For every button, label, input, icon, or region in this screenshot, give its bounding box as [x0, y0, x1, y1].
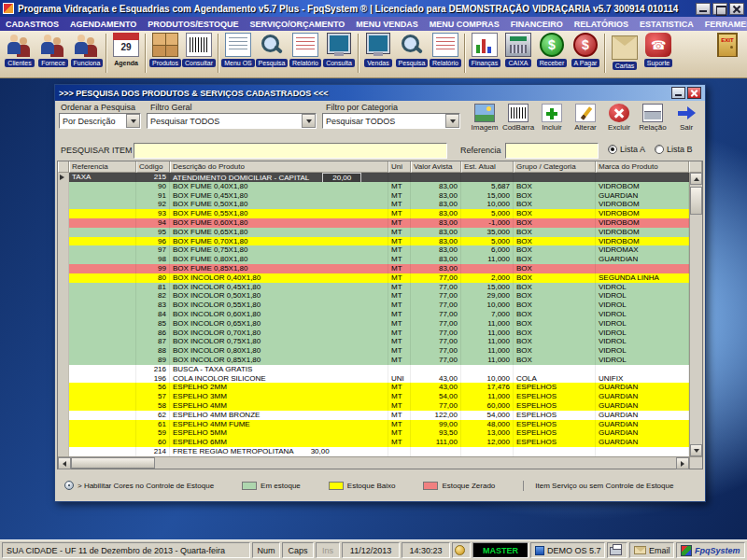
table-row[interactable]: 95BOX FUME 0,65X1,80MT83,0035,000BOXVIDR…	[58, 228, 689, 237]
close-button[interactable]	[729, 3, 744, 15]
scroll-down-button[interactable]	[690, 444, 702, 456]
color-toggle[interactable]: > Habilitar Cores no Controle de Estoque	[64, 481, 214, 490]
horizontal-scroll-track[interactable]	[71, 457, 676, 469]
table-row[interactable]: 91BOX FUME 0,45X1,80MT83,0015,000BOXGUAR…	[58, 191, 689, 201]
menu-item-produtos-estoque[interactable]: PRODUTOS/ESTOQUE	[142, 20, 244, 29]
toolbar-button-menu-os[interactable]: Menu OS	[221, 33, 255, 67]
toolbar-button-suporte[interactable]: Suporte	[641, 33, 675, 67]
toolbar-button-vendas[interactable]: Vendas	[361, 33, 395, 67]
table-row[interactable]: 97BOX FUME 0,75X1,80MT83,006,000BOXVIDRO…	[58, 245, 689, 255]
menu-item-menu-compras[interactable]: MENU COMPRAS	[424, 20, 505, 29]
menu-item-estatistica[interactable]: ESTATISTICA	[634, 20, 699, 29]
dialog-minimize-button[interactable]	[671, 87, 685, 99]
table-row[interactable]: 57ESPELHO 3MMMT54,0011,000ESPELHOSGUARDI…	[58, 392, 689, 401]
scroll-left-button[interactable]	[58, 457, 71, 469]
column-header-descri-o-do-produto[interactable]: Descrição do Produto	[170, 161, 388, 173]
toolbar-button-relat-rio[interactable]: Relatório	[429, 33, 462, 67]
toolbar-button-agenda[interactable]: 29Agenda	[109, 33, 143, 67]
table-row[interactable]: 84BOX INCOLOR 0,60X1,80MT77,007,000BOXVI…	[58, 310, 689, 319]
chevron-down-icon[interactable]	[302, 114, 316, 128]
action-excluir[interactable]: Excluir	[602, 102, 636, 143]
table-row[interactable]: 62ESPELHO 4MM BRONZEMT122,0054,000ESPELH…	[58, 411, 689, 420]
column-header-uni[interactable]: Uni	[388, 161, 411, 173]
column-header-referencia[interactable]: Referencia	[69, 161, 136, 173]
column-header-est-atual[interactable]: Est. Atual	[461, 161, 514, 173]
minimize-button[interactable]	[696, 3, 711, 15]
horizontal-scroll-thumb[interactable]	[71, 457, 155, 469]
scroll-right-button[interactable]	[676, 457, 689, 469]
action-rela-o[interactable]: Relação	[636, 102, 669, 143]
toolbar-button-pesquisa[interactable]: Pesquisa	[255, 33, 289, 67]
table-row[interactable]: 83BOX INCOLOR 0,55X1,80MT77,0010,000BOXV…	[58, 301, 689, 310]
referencia-input[interactable]	[505, 143, 599, 159]
maximize-button[interactable]	[712, 3, 727, 15]
toolbar-button-finan-as[interactable]: Finanças	[468, 33, 501, 67]
toolbar-button-relat-rio[interactable]: Relatório	[289, 33, 322, 67]
toolbar-button-receber[interactable]: Receber	[535, 33, 569, 67]
vertical-scroll-track[interactable]	[690, 185, 702, 444]
table-row[interactable]: 86BOX INCOLOR 0,70X1,80MT77,0011,000BOXV…	[58, 329, 689, 338]
action-alterar[interactable]: Alterar	[569, 102, 602, 143]
column-header-valor-avista[interactable]: Valor Avista	[411, 161, 461, 173]
table-row[interactable]: 82BOX INCOLOR 0,50X1,80MT77,0029,000BOXV…	[58, 291, 689, 301]
table-row[interactable]: 60ESPELHO 6MMMT111,0012,000ESPELHOSGUARD…	[58, 438, 689, 447]
table-row[interactable]: 94BOX FUME 0,60X1,80MT83,00-1,000BOXVIDR…	[58, 218, 689, 228]
toolbar-button-caixa[interactable]: CAIXA	[501, 33, 535, 67]
toolbar-button-clientes[interactable]: Clientes	[3, 33, 36, 67]
toolbar-button-exit[interactable]: EXIT	[711, 33, 744, 57]
scroll-up-button[interactable]	[690, 173, 702, 185]
table-row[interactable]: 56ESPELHO 2MMMT43,0017,476ESPELHOSGUARDI…	[58, 383, 689, 392]
table-row[interactable]: 90BOX FUME 0,40X1,80MT83,005,687BOXVIDRO…	[58, 182, 689, 191]
filtro-geral-select[interactable]: Pesquisar TODOS	[147, 113, 317, 129]
table-row[interactable]: 98BOX FUME 0,80X1,80MT83,0011,000BOXGUAR…	[58, 255, 689, 264]
table-row[interactable]: 216BUSCA - TAXA GRATIS	[58, 365, 689, 374]
vertical-scrollbar[interactable]	[689, 173, 702, 456]
search-input[interactable]	[134, 143, 447, 159]
menu-item-relat-rios[interactable]: RELATÓRIOS	[569, 20, 634, 29]
toolbar-button-consultar[interactable]: Consultar	[182, 33, 216, 67]
action-codbarra[interactable]: CodBarra	[501, 102, 535, 143]
horizontal-scrollbar[interactable]	[58, 456, 702, 469]
table-row[interactable]: 93BOX FUME 0,55X1,80MT83,005,000BOXVIDRO…	[58, 209, 689, 218]
toolbar-button-pesquisa[interactable]: Pesquisa	[395, 33, 429, 67]
column-header-c-digo[interactable]: Código	[136, 161, 170, 173]
table-row[interactable]: 61ESPELHO 4MM FUMEMT99,0048,000ESPELHOSG…	[58, 420, 689, 429]
ordenar-select[interactable]: Por Descrição	[59, 113, 141, 129]
menu-item-ferramentas[interactable]: FERRAMENTAS	[699, 20, 747, 29]
table-row[interactable]: 96BOX FUME 0,70X1,80MT83,005,000BOXVIDRO…	[58, 237, 689, 246]
table-row[interactable]: 89BOX INCOLOR 0,85X1,80MT77,0011,000BOXV…	[58, 356, 689, 365]
table-row[interactable]: 88BOX INCOLOR 0,80X1,80MT77,0011,000BOXV…	[58, 346, 689, 356]
toolbar-button-consulta[interactable]: Consulta	[322, 33, 356, 67]
chevron-down-icon[interactable]	[445, 114, 459, 128]
action-sair[interactable]: Sair	[669, 102, 703, 143]
column-header-grupo-categoria[interactable]: Grupo / Categoria	[514, 161, 596, 173]
table-row[interactable]: 92BOX FUME 0,50X1,80MT83,0010,000BOXVIDR…	[58, 200, 689, 209]
table-row[interactable]: 196COLA INCOLOR SILICONEUNI43,0010,000CO…	[58, 374, 689, 384]
table-row[interactable]: 214FRETE REGIAO METROPOLITANA30,00	[58, 447, 689, 456]
toolbar-button-funciona[interactable]: Funciona	[70, 33, 104, 67]
column-header-marca-do-produto[interactable]: Marca do Produto	[596, 161, 689, 173]
menu-item-menu-vendas[interactable]: MENU VENDAS	[350, 20, 424, 29]
toolbar-button-produtos[interactable]: Produtos	[148, 33, 182, 67]
table-row[interactable]: 81BOX INCOLOR 0,45X1,80MT77,0015,000BOXV…	[58, 283, 689, 292]
table-row[interactable]: 58ESPELHO 4MMMT77,0060,000ESPELHOSGUARDI…	[58, 401, 689, 411]
toolbar-button-fornece[interactable]: Fornece	[36, 33, 70, 67]
table-row[interactable]: 85BOX INCOLOR 0,65X1,80MT77,0011,000BOXV…	[58, 319, 689, 329]
table-row[interactable]: 87BOX INCOLOR 0,75X1,80MT77,0011,000BOXV…	[58, 337, 689, 346]
chevron-down-icon[interactable]	[126, 114, 140, 128]
dialog-close-button[interactable]	[687, 87, 701, 99]
lista-a-radio[interactable]: Lista A	[608, 145, 645, 154]
lista-b-radio[interactable]: Lista B	[655, 145, 693, 154]
menu-item-servi-o-or-amento[interactable]: SERVIÇO/ORÇAMENTO	[245, 20, 351, 29]
menu-item-agendamento[interactable]: AGENDAMENTO	[64, 20, 142, 29]
toolbar-button-a-pagar[interactable]: A Pagar	[569, 33, 602, 67]
table-row[interactable]: 99BOX FUME 0,85X1,80MT83,00BOX	[58, 264, 689, 273]
table-row[interactable]: 59ESPELHO 5MMMT93,5013,000ESPELHOSGUARDI…	[58, 428, 689, 438]
table-row[interactable]: 80BOX INCOLOR 0,40X1,80MT77,002,000BOXSE…	[58, 273, 689, 283]
table-row[interactable]: TAXA215ATENDIMENTO DOMICILIAR - CAPITAL2…	[58, 173, 689, 182]
action-imagem[interactable]: Imagem	[468, 102, 501, 143]
vertical-scroll-thumb[interactable]	[690, 187, 702, 215]
toolbar-button-cartas[interactable]: Cartas	[608, 33, 641, 70]
filtro-categoria-select[interactable]: Pesquisar TODOS	[322, 113, 460, 129]
menu-item-cadastros[interactable]: CADASTROS	[0, 20, 64, 29]
